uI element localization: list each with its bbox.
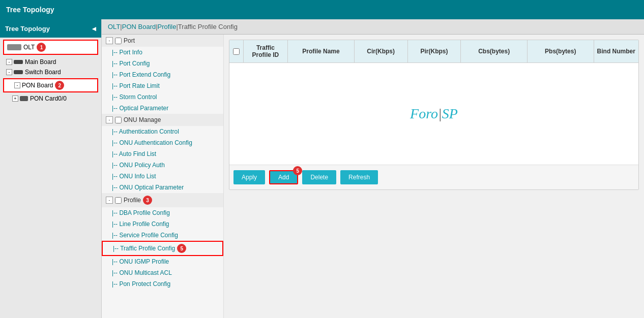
onu-section-label: ONU Manage [124, 116, 161, 123]
th-checkbox [229, 40, 244, 62]
refresh-button[interactable]: Refresh [340, 170, 378, 184]
nav-item-port-config[interactable]: |-- Port Config [102, 58, 223, 69]
app-header: Tree Topology [0, 0, 644, 19]
data-table: Traffic Profile ID Profile Name Cir(Kbps… [229, 40, 639, 190]
board-icon [14, 60, 23, 64]
profile-checkbox[interactable] [115, 197, 122, 204]
nav-section-port-header: - Port [102, 35, 223, 47]
nav-item-optical-parameter[interactable]: |-- Optical Parameter [102, 103, 223, 114]
nav-item-auth-control[interactable]: |-- Authentication Control [102, 126, 223, 137]
sidebar-collapse-icon[interactable]: ◀ [92, 26, 96, 31]
expand-icon[interactable]: + [12, 96, 18, 102]
port-toggle[interactable]: - [106, 37, 113, 44]
nav-item-port-info[interactable]: |-- Port Info [102, 47, 223, 58]
nav-item-onu-auth-config[interactable]: |-- ONU Authentication Config [102, 137, 223, 148]
nav-item-dba-profile[interactable]: |-- DBA Profile Config [102, 207, 223, 218]
breadcrumb-profile[interactable]: Profile [158, 23, 177, 30]
nav-item-auto-find-list[interactable]: |-- Auto Find List [102, 148, 223, 160]
nav-item-onu-info-list[interactable]: |-- ONU Info List [102, 171, 223, 182]
th-profile-name: Profile Name [288, 40, 355, 62]
onu-toggle[interactable]: - [106, 116, 113, 123]
nav-section-port: - Port |-- Port Info |-- Port Config |--… [102, 35, 223, 114]
pon-card-label: PON Card0/0 [30, 95, 67, 102]
sidebar-item-main-board[interactable]: - Main Board [0, 57, 101, 67]
nav-item-line-profile[interactable]: |-- Line Profile Config [102, 218, 223, 230]
nav-item-port-extend-config[interactable]: |-- Port Extend Config [102, 69, 223, 80]
port-checkbox[interactable] [115, 38, 122, 44]
onu-checkbox[interactable] [115, 117, 122, 123]
board-icon [14, 70, 23, 74]
nav-item-onu-igmp-profile[interactable]: |-- ONU IGMP Profile [102, 256, 223, 267]
nav-item-onu-optical-param[interactable]: |-- ONU Optical Parameter [102, 182, 223, 193]
profile-items: |-- DBA Profile Config |-- Line Profile … [102, 207, 223, 290]
th-pbs: Pbs(bytes) [528, 40, 594, 62]
pon-board-label: PON Board [22, 82, 53, 89]
watermark-suffix: SP [442, 106, 458, 121]
table-header: Traffic Profile ID Profile Name Cir(Kbps… [229, 40, 638, 63]
nav-item-pon-protect-config[interactable]: |-- Pon Protect Config [102, 278, 223, 290]
watermark-cursor: | [438, 106, 442, 121]
olt-badge: 1 [37, 43, 46, 52]
breadcrumb-pon-board[interactable]: PON Board [122, 23, 156, 30]
sidebar-item-switch-board[interactable]: - Switch Board [0, 67, 101, 77]
nav-section-profile-header: - Profile 3 [102, 193, 223, 207]
olt-icon [7, 44, 21, 50]
expand-icon[interactable]: - [6, 59, 12, 65]
add-badge: 5 [293, 166, 302, 175]
card-icon [20, 96, 28, 101]
profile-section-label: Profile [124, 197, 141, 204]
nav-item-service-profile[interactable]: |-- Service Profile Config [102, 230, 223, 241]
th-traffic-profile-id: Traffic Profile ID [244, 40, 288, 62]
delete-button[interactable]: Delete [302, 170, 336, 184]
profile-badge: 3 [143, 196, 152, 205]
sidebar-title-label: Tree Topology [5, 25, 50, 33]
nav-item-onu-policy-auth[interactable]: |-- ONU Policy Auth [102, 160, 223, 171]
olt-label: OLT [23, 44, 35, 51]
nav-item-onu-multicast-acl[interactable]: |-- ONU Multicast ACL [102, 267, 223, 278]
nav-section-profile: - Profile 3 |-- DBA Profile Config |-- L… [102, 193, 223, 290]
right-panel: Traffic Profile ID Profile Name Cir(Kbps… [224, 35, 644, 318]
nav-item-port-rate-limit[interactable]: |-- Port Rate Limit [102, 80, 223, 91]
traffic-profile-badge: 5 [177, 244, 186, 253]
main-board-label: Main Board [25, 58, 56, 66]
table-empty-area: Foro|SP [229, 63, 638, 165]
port-section-label: Port [124, 37, 135, 44]
nav-section-onu-header: - ONU Manage [102, 114, 223, 126]
th-cbs: Cbs(bytes) [461, 40, 528, 62]
app-title: Tree Topology [6, 6, 54, 14]
sidebar-title: Tree Topology ◀ [0, 19, 101, 38]
watermark: Foro|SP [410, 106, 458, 122]
nav-section-onu: - ONU Manage |-- Authentication Control … [102, 114, 223, 193]
th-cir: Cir(Kbps) [355, 40, 408, 62]
left-nav: - Port |-- Port Info |-- Port Config |--… [102, 35, 224, 318]
sidebar-item-olt[interactable]: OLT 1 [3, 40, 98, 55]
sidebar-item-pon-card[interactable]: + PON Card0/0 [0, 93, 101, 104]
action-bar: Apply Add 5 Delete Refresh [229, 165, 638, 189]
pon-board-badge: 2 [55, 81, 64, 90]
content-area: OLT | PON Board | Profile | Traffic Prof… [102, 19, 644, 318]
breadcrumb-olt[interactable]: OLT [108, 23, 120, 30]
port-items: |-- Port Info |-- Port Config |-- Port E… [102, 47, 223, 114]
content-main: - Port |-- Port Info |-- Port Config |--… [102, 35, 644, 318]
switch-board-label: Switch Board [25, 69, 61, 76]
profile-toggle[interactable]: - [106, 197, 113, 204]
watermark-prefix: Foro [410, 106, 438, 121]
breadcrumb-current: Traffic Profile Config [178, 23, 238, 30]
onu-items: |-- Authentication Control |-- ONU Authe… [102, 126, 223, 193]
select-all-checkbox[interactable] [233, 48, 240, 55]
sidebar-item-pon-board[interactable]: - PON Board 2 [3, 78, 98, 92]
breadcrumb: OLT | PON Board | Profile | Traffic Prof… [102, 19, 644, 35]
th-pir: Pir(Kbps) [408, 40, 461, 62]
expand-icon[interactable]: - [14, 82, 20, 88]
nav-item-storm-control[interactable]: |-- Storm Control [102, 91, 223, 103]
th-bind-number: Bind Number [594, 40, 639, 62]
expand-icon[interactable]: - [6, 69, 12, 75]
sidebar: Tree Topology ◀ OLT 1 - Main Board - Swi… [0, 19, 102, 318]
apply-button[interactable]: Apply [233, 170, 265, 184]
nav-item-traffic-profile[interactable]: |-- Traffic Profile Config 5 [102, 241, 223, 256]
